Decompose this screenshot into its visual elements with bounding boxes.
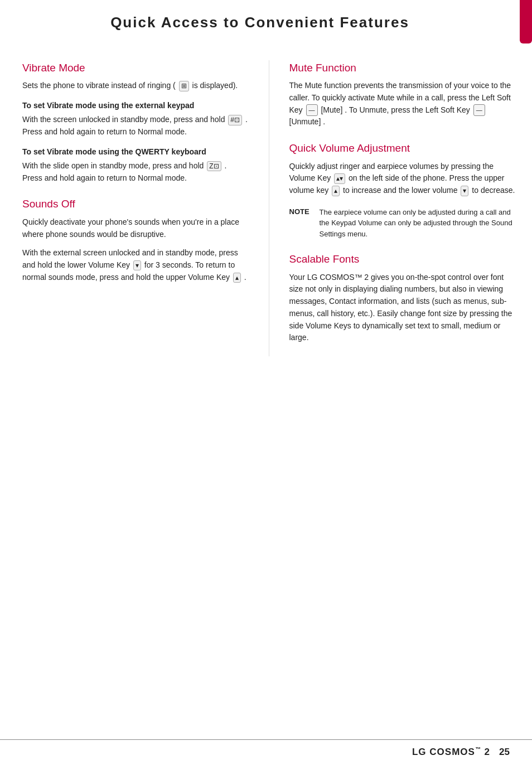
- page: Quick Access to Convenient Features Vibr…: [0, 0, 532, 765]
- section-scalable-fonts: Scalable Fonts Your LG COSMOS™ 2 gives y…: [289, 251, 516, 344]
- page-footer: LG COSMOS™ 2 25: [0, 739, 532, 765]
- hash-key-icon: #⊡: [228, 115, 242, 125]
- quick-volume-title: Quick Volume Adjustment: [289, 141, 516, 156]
- mute-function-title: Mute Function: [289, 60, 516, 76]
- right-column: Mute Function The Mute function prevents…: [269, 60, 516, 356]
- left-soft-key-mute-icon: —: [306, 104, 318, 116]
- vibrate-external-title: To set Vibrate mode using the external k…: [22, 100, 249, 111]
- left-column: Vibrate Mode Sets the phone to vibrate i…: [22, 60, 269, 356]
- vol-down-key-icon: ▾: [133, 260, 141, 270]
- vibrate-icon: ⊞: [179, 81, 189, 91]
- page-header: Quick Access to Convenient Features: [0, 0, 532, 43]
- note-label: NOTE: [289, 207, 314, 240]
- scalable-fonts-body: Your LG COSMOS™ 2 gives you on-the-spot …: [289, 272, 516, 344]
- sounds-off-intro: Quickly deactivate your phone's sounds w…: [22, 216, 249, 240]
- content-columns: Vibrate Mode Sets the phone to vibrate i…: [0, 60, 532, 356]
- vol-down-right-icon: ▾: [461, 186, 468, 196]
- z-key-icon: Z⊡: [207, 161, 221, 171]
- quick-volume-body: Quickly adjust ringer and earpiece volum…: [289, 161, 516, 197]
- left-soft-key-unmute-icon: —: [473, 104, 485, 116]
- volume-key-icon: ▴▾: [334, 173, 345, 183]
- note-text: The earpiece volume can only be adjusted…: [320, 207, 516, 240]
- vibrate-mode-body: Sets the phone to vibrate instead of rin…: [22, 80, 249, 92]
- footer-brand: LG COSMOS™ 2: [412, 745, 490, 759]
- header-tab-decoration: [520, 0, 532, 43]
- sounds-off-body: With the external screen unlocked and in…: [22, 247, 249, 283]
- section-sounds-off: Sounds Off Quickly deactivate your phone…: [22, 196, 249, 283]
- vibrate-mode-title: Vibrate Mode: [22, 60, 249, 76]
- footer-page-number: 25: [499, 745, 510, 759]
- page-title: Quick Access to Convenient Features: [110, 12, 409, 33]
- section-quick-volume: Quick Volume Adjustment Quickly adjust r…: [289, 141, 516, 239]
- section-vibrate-mode: Vibrate Mode Sets the phone to vibrate i…: [22, 60, 249, 185]
- scalable-fonts-title: Scalable Fonts: [289, 251, 516, 267]
- vibrate-qwerty-body: With the slide open in standby mode, pre…: [22, 160, 249, 184]
- mute-function-body: The Mute function prevents the transmiss…: [289, 80, 516, 128]
- header-title-container: Quick Access to Convenient Features: [0, 0, 520, 43]
- note-block: NOTE The earpiece volume can only be adj…: [289, 207, 516, 240]
- vibrate-qwerty-title: To set Vibrate mode using the QWERTY key…: [22, 146, 249, 157]
- vol-up-key-icon: ▴: [233, 273, 241, 283]
- section-mute-function: Mute Function The Mute function prevents…: [289, 60, 516, 128]
- vibrate-external-body: With the screen unlocked in standby mode…: [22, 114, 249, 138]
- vol-up-right-icon: ▴: [332, 186, 340, 196]
- sounds-off-title: Sounds Off: [22, 196, 249, 212]
